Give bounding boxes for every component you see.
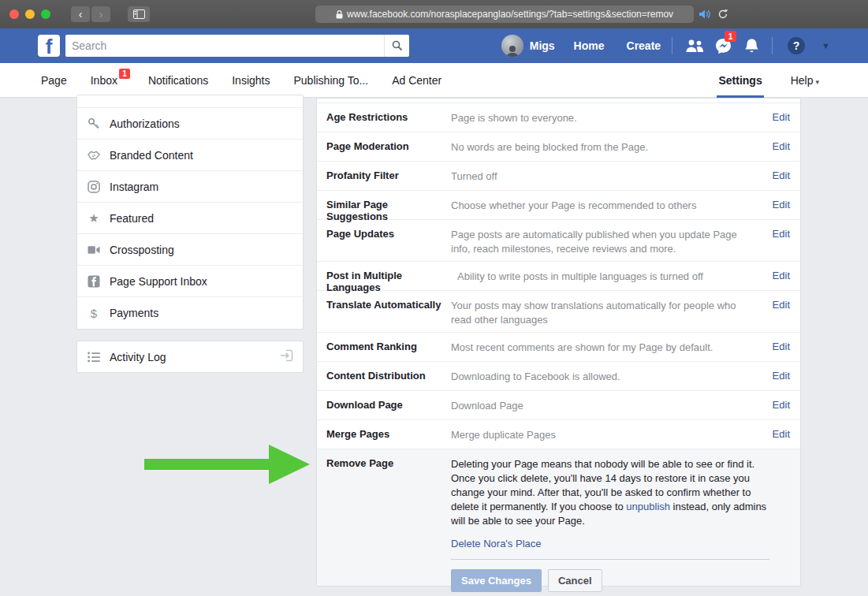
delete-page-link[interactable]: Delete Nora's Place	[451, 538, 778, 549]
tab-publishing-tools[interactable]: Publishing To...	[293, 74, 368, 87]
tab-inbox[interactable]: Inbox 1	[91, 74, 117, 87]
question-mark-icon: ?	[788, 37, 805, 54]
sidebar-item-payments[interactable]: $ Payments	[77, 297, 303, 329]
window-controls	[9, 9, 50, 19]
sidebar-icon	[133, 9, 145, 19]
edit-link[interactable]: Edit	[762, 391, 800, 419]
setting-label: Profanity Filter	[317, 162, 451, 190]
edit-link[interactable]: Edit	[762, 291, 800, 332]
tab-inbox-label: Inbox	[91, 74, 117, 87]
sidebar-item-branded-content[interactable]: Branded Content	[77, 140, 303, 171]
search-button[interactable]	[384, 35, 409, 57]
settings-row-comment-ranking: Comment Ranking Most recent comments are…	[317, 333, 800, 362]
settings-row-age-restrictions: Age Restrictions Page is shown to everyo…	[317, 103, 800, 132]
tab-settings[interactable]: Settings	[718, 63, 762, 98]
nav-divider	[672, 37, 672, 54]
profile-name-link[interactable]: Migs	[530, 39, 555, 52]
friend-requests-button[interactable]	[680, 35, 709, 57]
account-menu-button[interactable]: ▼	[821, 41, 830, 50]
settings-row-page-updates: Page Updates Page posts are automaticall…	[317, 220, 800, 262]
help-button[interactable]: ?	[782, 35, 810, 57]
sidebar-item-label: Instagram	[110, 181, 158, 193]
tab-ad-center[interactable]: Ad Center	[392, 74, 441, 87]
setting-label: Translate Automatically	[317, 291, 451, 332]
home-link[interactable]: Home	[563, 39, 616, 52]
tab-settings-label: Settings	[718, 74, 762, 87]
search-input[interactable]	[65, 39, 384, 52]
setting-label: Page Moderation	[317, 132, 451, 161]
setting-label: Similar Page Suggestions	[317, 191, 451, 219]
audio-playing-icon[interactable]	[698, 9, 711, 20]
tab-insights[interactable]: Insights	[232, 74, 270, 87]
minimize-window-button[interactable]	[25, 9, 35, 19]
sidebar-item-crossposting[interactable]: Crossposting	[77, 234, 303, 266]
close-window-button[interactable]	[9, 9, 19, 19]
divider	[451, 559, 769, 560]
setting-description: Ability to write posts in multiple langu…	[457, 262, 762, 290]
setting-label: Page Updates	[317, 220, 451, 261]
nav-divider	[772, 37, 773, 54]
browser-sidebar-toggle-button[interactable]	[128, 6, 150, 22]
screen: ‹ › www.facebook.com/norasplacepanglao/s…	[0, 0, 868, 596]
sidebar-item-authorizations[interactable]: Authorizations	[77, 108, 303, 140]
cancel-button[interactable]: Cancel	[548, 569, 602, 592]
browser-back-button[interactable]: ‹	[71, 6, 90, 22]
tab-help-label: Help	[791, 74, 814, 87]
setting-description: Choose whether your Page is recommended …	[451, 191, 762, 219]
profile-avatar[interactable]	[501, 35, 523, 57]
setting-description: Merge duplicate Pages	[451, 420, 762, 449]
edit-link[interactable]: Edit	[762, 262, 800, 290]
create-link[interactable]: Create	[616, 39, 672, 52]
tab-notifications[interactable]: Notifications	[148, 74, 208, 87]
unpublish-link[interactable]: unpublish	[626, 501, 670, 512]
facebook-logo[interactable]: f	[38, 35, 60, 57]
star-icon: ★	[88, 212, 100, 225]
settings-row-similar-page-suggestions: Similar Page Suggestions Choose whether …	[317, 191, 800, 220]
sidebar-item-label: Crossposting	[110, 244, 174, 256]
sidebar-item-label: Featured	[110, 212, 154, 225]
setting-label: Age Restrictions	[317, 103, 451, 132]
setting-label: Download Page	[317, 391, 451, 419]
sidebar-item-activity-log[interactable]: Activity Log	[76, 341, 304, 373]
sidebar-item-label: Authorizations	[110, 117, 180, 130]
setting-description: No words are being blocked from the Page…	[451, 132, 762, 161]
facebook-icon	[88, 275, 100, 288]
edit-link[interactable]: Edit	[762, 191, 800, 219]
sidebar-item-label: Page Support Inbox	[110, 275, 207, 288]
tab-page[interactable]: Page	[41, 74, 67, 87]
edit-link[interactable]: Edit	[762, 220, 800, 261]
edit-link[interactable]: Edit	[762, 362, 800, 390]
edit-link[interactable]: Edit	[762, 420, 800, 449]
address-bar[interactable]: www.facebook.com/norasplacepanglao/setti…	[315, 6, 694, 23]
page-tabs-nav: Page Inbox 1 Notifications Insights Publ…	[0, 63, 868, 98]
open-in-new-icon	[280, 349, 293, 365]
sidebar-item-instagram[interactable]: Instagram	[77, 171, 303, 203]
messenger-button[interactable]: 1	[709, 35, 737, 57]
key-icon	[88, 117, 100, 130]
dollar-icon: $	[88, 307, 100, 319]
annotation-arrow-icon	[134, 435, 315, 490]
setting-description: Turned off	[451, 162, 762, 190]
sidebar-item-featured[interactable]: ★ Featured	[77, 203, 303, 234]
edit-link[interactable]: Edit	[762, 333, 800, 361]
sidebar-item-page-support-inbox[interactable]: Page Support Inbox	[77, 266, 303, 297]
tab-help[interactable]: Help▾	[791, 74, 819, 87]
sidebar-item-label: Branded Content	[110, 149, 193, 162]
zoom-window-button[interactable]	[41, 9, 50, 19]
edit-link[interactable]: Edit	[762, 132, 800, 161]
edit-link[interactable]: Edit	[762, 162, 800, 190]
facebook-top-nav: f Migs Home Create	[0, 28, 868, 63]
notifications-button[interactable]	[737, 35, 766, 57]
activity-log-icon	[88, 351, 100, 363]
sidebar-item-clipped	[77, 95, 303, 108]
save-changes-button[interactable]: Save Changes	[451, 569, 542, 592]
setting-label: Merge Pages	[317, 420, 451, 449]
setting-label: Comment Ranking	[317, 333, 451, 361]
settings-row-translate-automatically: Translate Automatically Your posts may s…	[317, 291, 800, 333]
edit-link[interactable]: Edit	[762, 103, 800, 132]
chevron-down-icon: ▾	[815, 78, 819, 86]
browser-forward-button[interactable]: ›	[91, 6, 110, 22]
reload-icon[interactable]	[717, 9, 728, 20]
video-camera-icon	[88, 244, 100, 256]
setting-description: Page posts are automatically published w…	[451, 220, 762, 261]
